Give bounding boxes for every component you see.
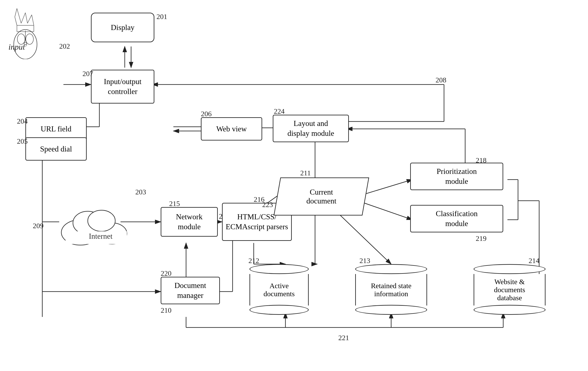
svg-line-54 (15, 17, 17, 25)
retained-state-cylinder: Retained stateinformation (355, 264, 427, 315)
label-221: 221 (338, 334, 349, 342)
web-view-label: Web view (216, 124, 247, 134)
label-223: 223 (262, 201, 273, 209)
label-224: 224 (274, 107, 284, 115)
label-212: 212 (248, 257, 259, 265)
label-210: 210 (161, 306, 171, 314)
label-211: 211 (300, 169, 311, 177)
label-209: 209 (33, 222, 43, 230)
svg-text:Internet: Internet (89, 232, 113, 240)
document-manager-box: Documentmanager (161, 277, 220, 304)
label-220: 220 (161, 269, 171, 278)
svg-point-69 (88, 210, 115, 231)
display-box: Display (91, 13, 154, 42)
prioritization-box: Prioritizationmodule (410, 163, 503, 190)
retained-state-label: Retained stateinformation (371, 282, 411, 298)
svg-point-62 (26, 34, 33, 44)
network-module-box: Networkmodule (161, 207, 218, 237)
prioritization-label: Prioritizationmodule (437, 166, 477, 186)
label-208: 208 (436, 76, 446, 84)
current-document-box: Currentdocument (273, 177, 369, 216)
svg-line-52 (32, 15, 34, 25)
url-field-box: URL field (25, 117, 87, 141)
label-207: 207 (83, 70, 93, 78)
label-213: 213 (359, 257, 370, 265)
label-214: 214 (529, 257, 539, 265)
network-module-label: Networkmodule (176, 212, 203, 232)
label-201: 201 (157, 13, 167, 21)
classification-box: Classificationmodule (410, 205, 503, 232)
label-202: 202 (59, 42, 70, 50)
current-document-label: Currentdocument (306, 188, 336, 205)
svg-line-16 (364, 180, 412, 194)
website-db-cylinder: Website &documentsdatabase (474, 264, 546, 315)
label-206: 206 (201, 110, 212, 118)
active-documents-cylinder: Activedocuments (250, 264, 309, 315)
label-219: 219 (476, 235, 486, 243)
svg-line-49 (21, 13, 25, 23)
svg-line-48 (17, 9, 21, 23)
diagram-container: input 202 Display 201 Input/outputcontro… (0, 0, 588, 371)
svg-line-45 (338, 213, 391, 264)
internet-cloud: Internet (53, 188, 133, 247)
speed-dial-box: Speed dial (25, 137, 87, 161)
display-label: Display (111, 23, 135, 32)
url-field-label: URL field (41, 124, 72, 134)
classification-label: Classificationmodule (436, 209, 478, 229)
active-documents-label: Activedocuments (263, 282, 294, 298)
io-controller-box: Input/outputcontroller (91, 70, 154, 103)
document-manager-label: Documentmanager (174, 281, 206, 300)
web-view-box: Web view (201, 117, 262, 141)
label-215: 215 (169, 200, 180, 208)
layout-display-label: Layout anddisplay module (288, 119, 334, 138)
speed-dial-label: Speed dial (40, 144, 72, 154)
label-204: 204 (17, 117, 28, 125)
input-label: input (9, 42, 25, 52)
label-218: 218 (476, 156, 486, 164)
io-controller-label: Input/outputcontroller (104, 77, 141, 97)
label-205: 205 (17, 137, 28, 145)
label-203: 203 (135, 188, 146, 196)
svg-line-50 (25, 13, 28, 23)
svg-line-51 (28, 15, 32, 23)
svg-line-17 (364, 203, 412, 220)
svg-line-53 (15, 9, 17, 17)
website-db-label: Website &documentsdatabase (494, 278, 525, 302)
layout-display-box: Layout anddisplay module (273, 115, 349, 142)
